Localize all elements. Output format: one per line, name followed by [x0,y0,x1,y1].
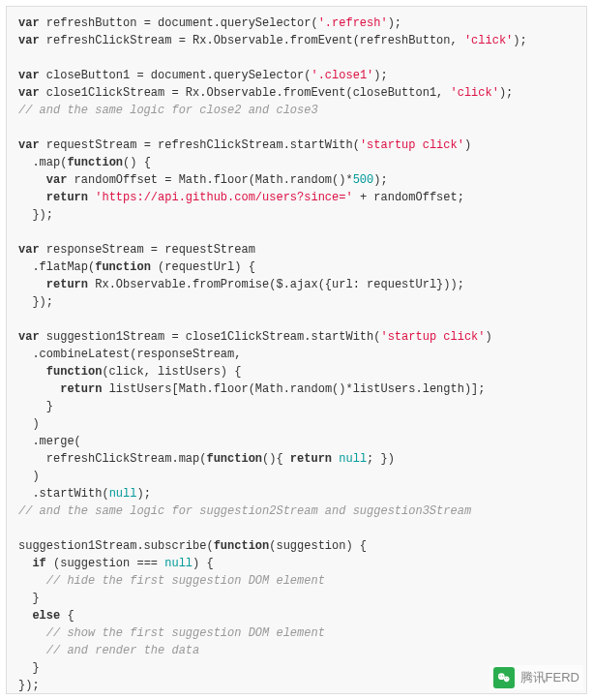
code-token: ); [388,16,401,30]
code-token: return [46,278,88,291]
code-token: '.close1' [311,69,373,82]
code-token: function [214,539,270,553]
code-token: .flatMap( [18,260,95,274]
code-token: 500 [353,173,374,187]
code-line: var requestStream = refreshClickStream.s… [18,137,575,154]
watermark: 腾讯FERD [489,665,583,690]
code-token: var [46,173,68,187]
code-token: // and render the data [46,644,199,657]
code-token: ); [513,34,526,47]
code-line: } [18,590,575,607]
code-token: .startWith( [18,487,109,501]
svg-point-2 [499,675,500,676]
code-token [18,278,46,291]
code-token: ) { [193,557,214,570]
code-token [18,574,46,588]
code-token: var [18,34,40,47]
code-line: var refreshClickStream = Rx.Observable.f… [18,32,575,49]
code-token [18,191,46,204]
code-token: }); [18,208,53,222]
code-token: null [109,487,137,501]
code-token: return [46,191,88,204]
code-token: return [290,452,332,466]
code-token: (requestUrl) { [151,260,255,274]
code-token: refreshClickStream = Rx.Observable.fromE… [40,34,464,47]
code-token: randomOffset = Math.floor(Math.random()* [67,173,352,187]
code-line: .merge( [18,433,575,450]
code-token: () { [123,156,151,169]
code-line: var responseStream = requestStream [18,241,575,259]
code-token: { [60,609,74,623]
code-token: function [67,156,123,169]
code-token: ) [18,470,40,483]
code-token [18,382,60,396]
code-line: return 'https://api.github.com/users?sin… [18,189,575,206]
code-line: .flatMap(function (requestUrl) { [18,259,575,276]
code-token: // and the same logic for suggestion2Str… [18,504,471,518]
code-line: .combineLatest(responseStream, [18,346,575,363]
code-line: ) [18,468,575,485]
code-line: }); [18,293,575,311]
svg-point-4 [505,678,506,679]
code-line: .startWith(null); [18,485,575,502]
code-line: // and render the data [18,642,575,659]
code-token [18,557,32,570]
code-token: if [32,557,45,570]
code-token: responseStream = requestStream [40,243,255,257]
code-line: else { [18,607,575,624]
code-token [18,365,46,379]
code-block: var refreshButton = document.querySelect… [6,6,587,694]
code-token: 'startup click' [380,330,485,344]
code-token: 'startup click' [360,138,464,152]
code-token [18,609,32,623]
code-line: } [18,398,575,415]
code-token: requestStream = refreshClickStream.start… [40,138,360,152]
code-token: 'click' [450,86,498,100]
code-token: (){ [262,452,290,466]
code-token: closeButton1 = document.querySelector( [40,69,311,82]
code-token: // and the same logic for close2 and clo… [18,104,318,117]
code-token: refreshButton = document.querySelector( [40,16,318,30]
svg-point-0 [498,673,505,680]
code-token: var [18,243,40,257]
code-token [18,644,46,657]
code-line [18,119,575,137]
code-token: }); [18,679,40,692]
code-token: ); [136,487,150,501]
code-token: function [46,365,103,379]
code-line: ) [18,415,575,433]
code-token: .merge( [18,435,81,448]
code-line: // hide the first suggestion DOM element [18,572,575,590]
wechat-icon [493,667,515,688]
code-token: var [18,16,40,30]
code-line: var closeButton1 = document.querySelecto… [18,67,575,84]
code-token: .map( [18,156,67,169]
code-line: suggestion1Stream.subscribe(function(sug… [18,537,575,555]
code-line [18,311,575,328]
code-token: // show the first suggestion DOM element [46,626,325,640]
code-token: return [60,382,102,396]
code-token: refreshClickStream.map( [18,452,206,466]
code-line: .map(function() { [18,154,575,171]
code-token: function [95,260,151,274]
code-token [18,173,46,187]
code-token: (suggestion) { [269,539,367,553]
code-token: ) [486,330,492,344]
code-line [18,224,575,241]
code-token [18,626,46,640]
code-token: 'https://api.github.com/users?since=' [95,191,352,204]
code-token: 'click' [464,34,513,47]
code-token: var [18,69,40,82]
code-line: refreshClickStream.map(function(){ retur… [18,450,575,468]
code-line [18,49,575,67]
code-token: ); [373,69,387,82]
code-token: // hide the first suggestion DOM element [46,574,325,588]
code-token: suggestion1Stream = close1ClickStream.st… [40,330,381,344]
code-line: // and the same logic for suggestion2Str… [18,502,575,520]
code-token: function [206,452,262,466]
code-token: } [18,661,40,675]
watermark-text: 腾讯FERD [520,668,579,687]
code-token: Rx.Observable.fromPromise($.ajax({url: r… [88,278,464,291]
code-token: var [18,138,40,152]
svg-point-3 [502,675,503,676]
